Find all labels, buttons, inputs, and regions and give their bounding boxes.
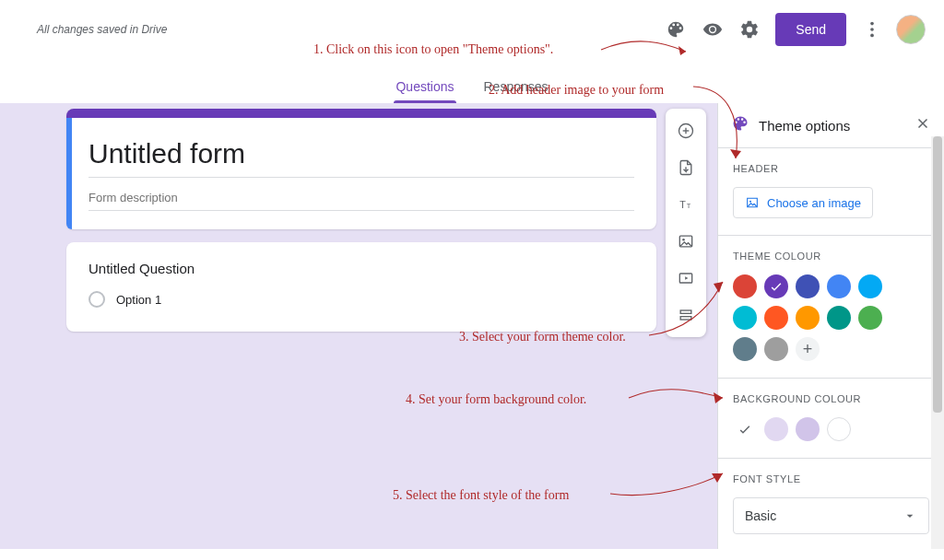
header-section-label: HEADER bbox=[733, 163, 929, 174]
question-title: Untitled Question bbox=[88, 261, 634, 276]
theme-colour-swatch[interactable] bbox=[796, 306, 820, 330]
section-header: HEADER Choose an image bbox=[718, 148, 944, 236]
panel-scrollbar[interactable] bbox=[931, 136, 944, 549]
theme-colour-swatches: + bbox=[733, 274, 908, 361]
settings-gear-icon[interactable] bbox=[731, 11, 768, 48]
close-icon[interactable] bbox=[914, 115, 931, 135]
add-question-icon[interactable] bbox=[667, 112, 704, 149]
more-menu-icon[interactable] bbox=[854, 11, 891, 48]
tab-responses[interactable]: Responses bbox=[482, 79, 550, 103]
theme-colour-swatch[interactable] bbox=[733, 274, 757, 298]
form-canvas: Untitled Question Option 1 TT bbox=[0, 103, 717, 549]
import-questions-icon[interactable] bbox=[667, 149, 704, 186]
svg-point-2 bbox=[870, 34, 874, 38]
tabs-bar: Questions Responses bbox=[0, 59, 944, 103]
floating-toolbar: TT bbox=[666, 109, 706, 337]
svg-point-14 bbox=[749, 201, 751, 203]
svg-point-1 bbox=[870, 28, 874, 31]
theme-colour-swatch[interactable] bbox=[764, 337, 788, 361]
svg-point-0 bbox=[870, 22, 874, 26]
add-image-icon[interactable] bbox=[667, 223, 704, 260]
theme-palette-icon[interactable] bbox=[657, 11, 694, 48]
theme-colour-label: THEME COLOUR bbox=[733, 251, 929, 262]
theme-colour-swatch[interactable] bbox=[764, 306, 788, 330]
theme-colour-swatch[interactable] bbox=[858, 274, 882, 298]
theme-panel-header: Theme options bbox=[718, 103, 944, 148]
question-option-row[interactable]: Option 1 bbox=[88, 291, 634, 308]
svg-text:T: T bbox=[687, 202, 691, 210]
theme-colour-swatch[interactable] bbox=[827, 274, 851, 298]
add-section-icon[interactable] bbox=[667, 297, 704, 333]
form-title-card[interactable] bbox=[66, 109, 656, 229]
theme-colour-swatch[interactable] bbox=[733, 306, 757, 330]
radio-icon bbox=[88, 291, 105, 308]
add-custom-colour[interactable]: + bbox=[796, 337, 820, 361]
svg-point-9 bbox=[682, 239, 685, 241]
svg-marker-11 bbox=[685, 276, 688, 279]
choose-image-button[interactable]: Choose an image bbox=[733, 187, 873, 218]
background-colour-swatch[interactable] bbox=[733, 417, 757, 441]
svg-rect-13 bbox=[680, 317, 691, 320]
svg-text:T: T bbox=[679, 199, 686, 210]
background-colour-swatch[interactable] bbox=[796, 417, 820, 441]
form-title-input[interactable] bbox=[88, 134, 634, 178]
font-style-label: FONT STYLE bbox=[733, 473, 929, 484]
theme-colour-swatch[interactable] bbox=[858, 306, 882, 330]
background-colour-swatch[interactable] bbox=[764, 417, 788, 441]
theme-colour-swatch[interactable] bbox=[796, 274, 820, 298]
add-video-icon[interactable] bbox=[667, 260, 704, 297]
section-theme-colour: THEME COLOUR + bbox=[718, 236, 944, 379]
background-colour-swatch[interactable] bbox=[827, 417, 851, 441]
font-style-select[interactable]: Basic bbox=[733, 497, 929, 534]
theme-colour-swatch[interactable] bbox=[733, 337, 757, 361]
avatar[interactable] bbox=[896, 15, 926, 44]
background-colour-label: BACKGROUND COLOUR bbox=[733, 393, 929, 404]
section-font-style: FONT STYLE Basic bbox=[718, 459, 944, 549]
tab-questions[interactable]: Questions bbox=[394, 79, 455, 103]
theme-panel-title: Theme options bbox=[759, 118, 905, 134]
palette-icon bbox=[731, 114, 749, 136]
theme-panel: Theme options HEADER Choose an image THE… bbox=[717, 103, 944, 549]
form-description-input[interactable] bbox=[88, 183, 634, 211]
app-header: All changes saved in Drive Send bbox=[0, 0, 944, 59]
theme-colour-swatch[interactable] bbox=[764, 274, 788, 298]
question-card[interactable]: Untitled Question Option 1 bbox=[66, 242, 656, 332]
chevron-down-icon bbox=[903, 508, 917, 523]
send-button[interactable]: Send bbox=[775, 13, 846, 46]
svg-rect-12 bbox=[680, 310, 691, 313]
section-background-colour: BACKGROUND COLOUR bbox=[718, 379, 944, 459]
save-status-label: All changes saved in Drive bbox=[37, 23, 167, 36]
preview-eye-icon[interactable] bbox=[694, 11, 731, 48]
background-colour-swatches bbox=[733, 417, 908, 441]
option-label: Option 1 bbox=[116, 293, 161, 307]
theme-colour-swatch[interactable] bbox=[827, 306, 851, 330]
add-title-icon[interactable]: TT bbox=[667, 186, 704, 223]
